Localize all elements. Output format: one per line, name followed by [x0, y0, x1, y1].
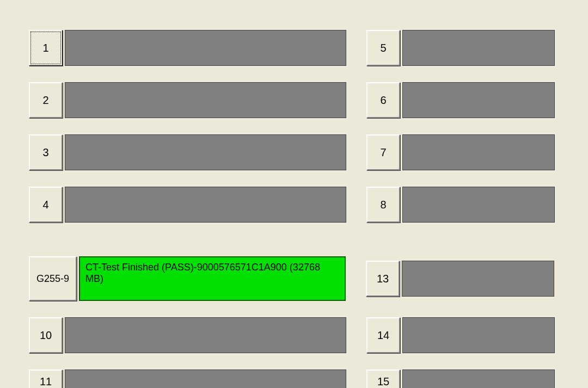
- slot-status-3: [65, 134, 346, 170]
- slot-status-1: [65, 30, 346, 66]
- slot-button-6[interactable]: 6: [366, 82, 400, 118]
- slot-button-11[interactable]: 11: [29, 369, 63, 388]
- slot-button-1[interactable]: 1: [29, 30, 63, 66]
- slot-row: G255-9 CT-Test Finished (PASS)-900057657…: [29, 256, 588, 301]
- slot-button-15[interactable]: 15: [366, 369, 400, 388]
- slot-status-2: [65, 82, 346, 118]
- slot-status-4: [65, 187, 346, 223]
- slot-button-label: 15: [377, 375, 389, 388]
- slot-button-13[interactable]: 13: [366, 261, 400, 297]
- slot-button-label: 1: [42, 42, 48, 54]
- slot-status-13: [402, 261, 554, 297]
- slot-button-label: 5: [380, 42, 386, 54]
- slot-row: 11 15: [29, 369, 588, 388]
- slot-button-label: 10: [40, 329, 52, 342]
- slot-row: 10 14: [29, 317, 588, 353]
- slot-button-label: 8: [380, 199, 386, 211]
- slot-status-text: CT-Test Finished (PASS)-9000576571C1A900…: [85, 262, 339, 285]
- slot-button-14[interactable]: 14: [366, 317, 400, 353]
- slot-button-2[interactable]: 2: [29, 82, 63, 118]
- slot-button-label: 3: [42, 146, 48, 159]
- slot-button-label: 6: [380, 94, 386, 107]
- slot-grid: 1 5 2 6 3 7 4 8 G255-9 CT-Test Finished …: [29, 30, 588, 388]
- slot-button-3[interactable]: 3: [29, 134, 63, 170]
- slot-status-10: [65, 317, 346, 353]
- slot-button-7[interactable]: 7: [366, 134, 400, 170]
- slot-button-8[interactable]: 8: [366, 187, 400, 223]
- slot-row: 3 7: [29, 134, 588, 170]
- slot-status-11: [65, 369, 346, 388]
- slot-row: 2 6: [29, 82, 588, 118]
- slot-button-label: G255-9: [36, 273, 69, 285]
- slot-status-15: [402, 369, 555, 388]
- slot-status-9: CT-Test Finished (PASS)-9000576571C1A900…: [79, 256, 346, 301]
- slot-button-label: 13: [377, 273, 389, 285]
- slot-button-g255-9[interactable]: G255-9: [29, 256, 77, 301]
- slot-row: 1 5: [29, 30, 588, 66]
- slot-button-5[interactable]: 5: [366, 30, 400, 66]
- slot-button-label: 14: [377, 329, 389, 342]
- slot-button-label: 11: [40, 375, 52, 388]
- slot-status-8: [402, 187, 555, 223]
- slot-status-14: [402, 317, 555, 353]
- slot-status-6: [402, 82, 555, 118]
- slot-button-label: 2: [42, 94, 48, 107]
- slot-row: 4 8: [29, 187, 588, 223]
- slot-button-4[interactable]: 4: [29, 187, 63, 223]
- slot-button-label: 7: [380, 146, 386, 159]
- slot-status-5: [402, 30, 555, 66]
- slot-button-10[interactable]: 10: [29, 317, 63, 353]
- slot-status-7: [402, 134, 555, 170]
- slot-button-label: 4: [42, 199, 48, 211]
